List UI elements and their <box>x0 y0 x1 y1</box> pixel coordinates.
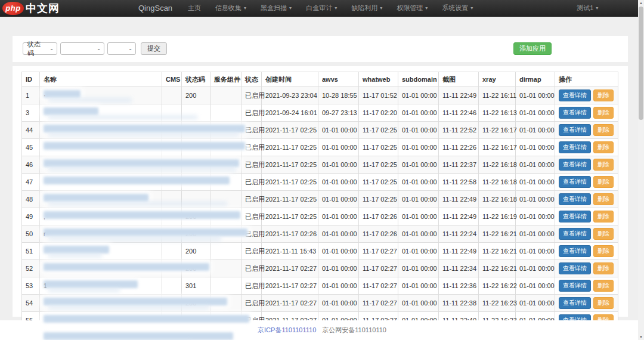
cell-created-time: 2021-11-17 02:27 <box>262 295 318 312</box>
delete-button[interactable]: 删除 <box>593 211 614 222</box>
cell-screenshot: 11-11 22:26 <box>439 139 479 156</box>
delete-button[interactable]: 删除 <box>593 228 614 240</box>
caret-down-icon: ▾ <box>596 5 598 11</box>
scrollbar-thumb[interactable] <box>639 7 643 120</box>
cell-whatweb: 11-17 02:26 <box>359 225 398 243</box>
cell-dirmap: 01-01 00:00 <box>516 139 555 156</box>
column-header: xray <box>479 72 516 87</box>
scroll-up-icon[interactable]: ▲ <box>638 0 644 6</box>
cell-xray: 11-22 16:17 <box>479 122 516 139</box>
view-details-button[interactable]: 查看详情 <box>559 159 591 171</box>
view-details-button[interactable]: 查看详情 <box>559 211 591 222</box>
add-application-button[interactable]: 添加应用 <box>513 42 552 55</box>
delete-button[interactable]: 删除 <box>593 297 614 309</box>
cell-screenshot: 11-11 22:49 <box>439 243 479 260</box>
vertical-scrollbar[interactable]: ▲ ▼ <box>638 0 644 340</box>
delete-button[interactable]: 删除 <box>593 89 614 101</box>
redacted-name-blur <box>44 177 230 184</box>
view-details-button[interactable]: 查看详情 <box>559 176 591 188</box>
cell-actions: 查看详情删除 <box>555 208 618 225</box>
cell-dirmap: 01-01 00:00 <box>516 208 555 225</box>
redacted-name-blur-secondary <box>48 201 227 207</box>
cell-actions: 查看详情删除 <box>555 243 618 260</box>
cell-subdomain: 01-01 00:00 <box>398 243 439 260</box>
column-header: CMS <box>162 72 182 87</box>
delete-button[interactable]: 删除 <box>593 107 614 119</box>
cell-awvs: 09-27 23:13 <box>318 104 359 122</box>
cell-awvs: 01-01 00:00 <box>318 174 359 191</box>
view-details-button[interactable]: 查看详情 <box>559 193 591 205</box>
site-logo-label: 中文网 <box>26 1 60 16</box>
column-header: 名称 <box>40 72 162 87</box>
cell-id: 52 <box>22 260 40 277</box>
filter-select-2[interactable]: ⌄ <box>60 42 104 55</box>
cell-dirmap: 01-01 00:00 <box>516 260 555 277</box>
cell-subdomain: 01-01 00:00 <box>398 104 439 122</box>
column-header: subdomain <box>398 72 439 87</box>
cell-subdomain: 01-01 00:00 <box>398 208 439 225</box>
cell-xray: 11-22 16:19 <box>479 208 516 225</box>
nav-item-label: 缺陷利用 <box>351 4 377 13</box>
cell-name-redacted <box>40 122 162 139</box>
cell-service-component <box>210 87 242 104</box>
brand-qingscan[interactable]: QingScan <box>138 4 172 13</box>
delete-button[interactable]: 删除 <box>593 124 614 136</box>
view-details-button[interactable]: 查看详情 <box>559 89 591 101</box>
cell-actions: 查看详情删除 <box>555 225 618 243</box>
nav-item-1[interactable]: 信息收集▾ <box>208 0 253 17</box>
nav-item-2[interactable]: 黑盒扫描▾ <box>253 0 299 17</box>
delete-button[interactable]: 删除 <box>593 141 614 153</box>
cell-name-redacted <box>40 243 162 260</box>
cell-dirmap: 01-01 00:00 <box>516 174 555 191</box>
cell-service-component <box>210 243 242 260</box>
cell-whatweb: 11-17 01:52 <box>359 87 398 104</box>
view-details-button[interactable]: 查看详情 <box>559 228 591 240</box>
user-menu[interactable]: 测试1 ▾ <box>569 0 605 17</box>
cell-actions: 查看详情删除 <box>555 191 618 208</box>
site-logo[interactable]: php 中文网 <box>2 1 60 16</box>
delete-button[interactable]: 删除 <box>593 159 614 171</box>
nav-item-0[interactable]: 主页 <box>181 0 208 17</box>
cell-created-time: 2021-11-17 02:25 <box>262 174 318 191</box>
name-fragment: r <box>44 231 45 237</box>
view-details-button[interactable]: 查看详情 <box>559 280 591 292</box>
cell-name-redacted <box>40 191 162 208</box>
view-details-button[interactable]: 查看详情 <box>559 124 591 136</box>
name-fragment: , <box>44 214 45 220</box>
cell-name-redacted <box>40 139 162 156</box>
nav-item-3[interactable]: 白盒审计▾ <box>299 0 344 17</box>
cell-name-redacted <box>40 156 162 174</box>
view-details-button[interactable]: 查看详情 <box>559 107 591 119</box>
cell-actions: 查看详情删除 <box>555 87 618 104</box>
nav-item-5[interactable]: 权限管理▾ <box>389 0 435 17</box>
status-code-select[interactable]: 状态码 ⌄ <box>23 42 57 55</box>
cell-name-redacted: , <box>40 208 162 225</box>
cell-screenshot: 11-11 22:37 <box>439 156 479 174</box>
view-details-button[interactable]: 查看详情 <box>559 262 591 274</box>
submit-button[interactable]: 提交 <box>141 42 167 55</box>
nav-item-label: 白盒审计 <box>306 4 332 13</box>
cell-created-time: 2021-11-17 02:27 <box>262 260 318 277</box>
cell-actions: 查看详情删除 <box>555 260 618 277</box>
delete-button[interactable]: 删除 <box>593 245 614 257</box>
chevron-down-icon: ⌄ <box>49 46 54 51</box>
delete-button[interactable]: 删除 <box>593 262 614 274</box>
nav-item-4[interactable]: 缺陷利用▾ <box>344 0 389 17</box>
scroll-down-icon[interactable]: ▼ <box>638 334 644 340</box>
delete-button[interactable]: 删除 <box>593 176 614 188</box>
table-row: 47已启用2021-11-17 02:2501-01 00:0011-17 02… <box>22 174 618 191</box>
php-logo-icon: php <box>2 2 24 15</box>
delete-button[interactable]: 删除 <box>593 193 614 205</box>
view-details-button[interactable]: 查看详情 <box>559 245 591 257</box>
caret-down-icon: ▾ <box>470 5 473 11</box>
view-details-button[interactable]: 查看详情 <box>559 297 591 309</box>
delete-button[interactable]: 删除 <box>593 280 614 292</box>
cell-screenshot: 11-11 22:58 <box>439 174 479 191</box>
filter-select-3[interactable]: ⌄ <box>107 42 136 55</box>
cell-id: 50 <box>22 225 40 243</box>
page: php 中文网 QingScan 主页信息收集▾黑盒扫描▾白盒审计▾缺陷利用▾权… <box>0 0 644 340</box>
view-details-button[interactable]: 查看详情 <box>559 141 591 153</box>
nav-item-6[interactable]: 系统设置▾ <box>435 0 480 17</box>
cell-id: 45 <box>22 139 40 156</box>
icp-link[interactable]: 京ICP备1101101110 <box>258 326 316 335</box>
